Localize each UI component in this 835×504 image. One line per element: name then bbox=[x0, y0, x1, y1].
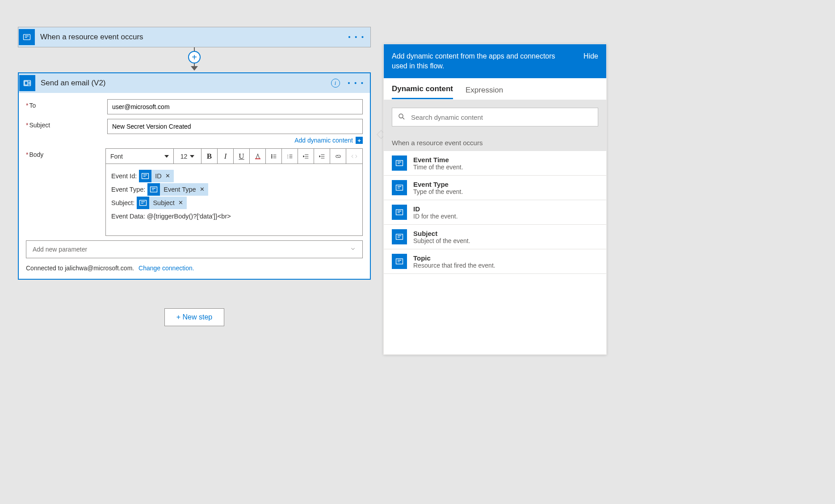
item-desc: Time of the event. bbox=[413, 164, 463, 171]
dynamic-content-item[interactable]: Event TypeType of the event. bbox=[384, 176, 606, 200]
svg-rect-13 bbox=[396, 160, 403, 166]
new-step-button[interactable]: + New step bbox=[164, 308, 224, 326]
search-input[interactable] bbox=[411, 113, 592, 121]
svg-rect-9 bbox=[142, 173, 149, 179]
eventgrid-icon bbox=[19, 29, 35, 45]
svg-point-12 bbox=[399, 114, 403, 118]
body-label: *Body bbox=[26, 148, 105, 158]
token-remove-icon[interactable]: ✕ bbox=[200, 183, 205, 196]
svg-rect-10 bbox=[151, 187, 157, 192]
token-event-type[interactable]: Event Type ✕ bbox=[147, 183, 208, 196]
token-subject[interactable]: Subject ✕ bbox=[137, 197, 186, 209]
eventgrid-icon bbox=[392, 254, 407, 269]
add-dynamic-content-icon[interactable]: + bbox=[356, 137, 363, 144]
svg-point-5 bbox=[271, 157, 272, 158]
svg-rect-0 bbox=[24, 34, 30, 40]
svg-point-3 bbox=[271, 154, 272, 155]
item-desc: Type of the event. bbox=[413, 188, 463, 195]
code-view-button[interactable] bbox=[346, 149, 362, 164]
item-label: ID bbox=[413, 205, 458, 213]
svg-rect-11 bbox=[140, 200, 147, 206]
svg-rect-15 bbox=[396, 210, 403, 215]
to-input[interactable] bbox=[107, 99, 363, 114]
dynamic-content-item[interactable]: IDID for the event. bbox=[384, 200, 606, 225]
chevron-down-icon bbox=[350, 246, 356, 253]
tab-dynamic-content[interactable]: Dynamic content bbox=[392, 84, 453, 99]
tab-expression[interactable]: Expression bbox=[466, 86, 503, 99]
link-button[interactable] bbox=[330, 149, 346, 164]
body-text: Event Id: bbox=[111, 169, 137, 183]
token-id[interactable]: ID ✕ bbox=[139, 170, 174, 182]
body-editor[interactable]: Event Id: ID ✕ Event Type: bbox=[106, 164, 362, 235]
editor-toolbar: Font 12 B I U 123 bbox=[106, 149, 362, 164]
numbered-list-button[interactable]: 123 bbox=[282, 149, 298, 164]
search-icon bbox=[398, 113, 406, 122]
item-label: Event Type bbox=[413, 181, 463, 188]
outlook-icon bbox=[19, 75, 35, 91]
connection-info: Connected to jalichwa@microsoft.com. Cha… bbox=[26, 265, 363, 272]
action-more-icon[interactable]: • • • bbox=[348, 80, 365, 87]
add-parameter-dropdown[interactable]: Add new parameter bbox=[26, 240, 363, 258]
action-step: Send an email (V2) i • • • *To *Subject … bbox=[18, 72, 371, 280]
italic-button[interactable]: I bbox=[218, 149, 234, 164]
bullet-list-button[interactable] bbox=[266, 149, 282, 164]
action-title: Send an email (V2) bbox=[41, 79, 331, 88]
bold-button[interactable]: B bbox=[201, 149, 218, 164]
item-label: Event Time bbox=[413, 156, 463, 164]
content-group-header: When a resource event occurs bbox=[384, 134, 606, 151]
flow-column: When a resource event occurs • • • + Sen… bbox=[18, 27, 371, 326]
connector: + bbox=[18, 47, 371, 72]
body-text: Subject: bbox=[111, 196, 134, 210]
svg-rect-2 bbox=[25, 81, 28, 85]
svg-point-4 bbox=[271, 156, 272, 157]
token-remove-icon[interactable]: ✕ bbox=[178, 196, 183, 210]
eventgrid-icon bbox=[392, 229, 407, 244]
item-label: Topic bbox=[413, 254, 495, 262]
svg-rect-16 bbox=[396, 234, 403, 239]
trigger-title: When a resource event occurs bbox=[40, 33, 348, 42]
to-label: *To bbox=[26, 99, 107, 109]
trigger-more-icon[interactable]: • • • bbox=[348, 34, 365, 41]
token-remove-icon[interactable]: ✕ bbox=[165, 169, 170, 183]
subject-input[interactable] bbox=[107, 119, 363, 134]
dynamic-content-panel: Add dynamic content from the apps and co… bbox=[383, 44, 607, 355]
panel-heading: Add dynamic content from the apps and co… bbox=[392, 51, 571, 71]
eventgrid-icon bbox=[392, 180, 407, 195]
body-text: Event Type: bbox=[111, 183, 145, 196]
svg-text:3: 3 bbox=[287, 156, 288, 159]
underline-button[interactable]: U bbox=[234, 149, 250, 164]
item-desc: ID for the event. bbox=[413, 213, 458, 220]
svg-rect-14 bbox=[396, 185, 403, 190]
font-color-button[interactable] bbox=[250, 149, 266, 164]
subject-label: *Subject bbox=[26, 119, 107, 129]
dynamic-content-item[interactable]: Event TimeTime of the event. bbox=[384, 151, 606, 176]
info-icon[interactable]: i bbox=[331, 79, 340, 88]
insert-step-button[interactable]: + bbox=[188, 51, 201, 63]
font-size-select[interactable]: 12 bbox=[174, 149, 201, 164]
indent-button[interactable] bbox=[314, 149, 330, 164]
dynamic-content-item[interactable]: SubjectSubject of the event. bbox=[384, 225, 606, 249]
outdent-button[interactable] bbox=[298, 149, 314, 164]
item-label: Subject bbox=[413, 230, 470, 237]
change-connection-link[interactable]: Change connection. bbox=[138, 265, 194, 272]
svg-rect-17 bbox=[396, 259, 403, 264]
dynamic-content-item[interactable]: TopicResource that fired the event. bbox=[384, 249, 606, 274]
item-desc: Resource that fired the event. bbox=[413, 262, 495, 269]
eventgrid-icon bbox=[392, 155, 407, 171]
eventgrid-icon bbox=[392, 205, 407, 220]
font-select[interactable]: Font bbox=[106, 149, 174, 164]
add-dynamic-content-link[interactable]: Add dynamic content bbox=[294, 137, 353, 144]
hide-panel-button[interactable]: Hide bbox=[583, 51, 598, 61]
body-text: Event Data: @{triggerBody()?['data']}<br… bbox=[111, 210, 231, 223]
trigger-step[interactable]: When a resource event occurs • • • bbox=[18, 27, 371, 47]
item-desc: Subject of the event. bbox=[413, 237, 470, 244]
search-box[interactable] bbox=[392, 108, 598, 126]
